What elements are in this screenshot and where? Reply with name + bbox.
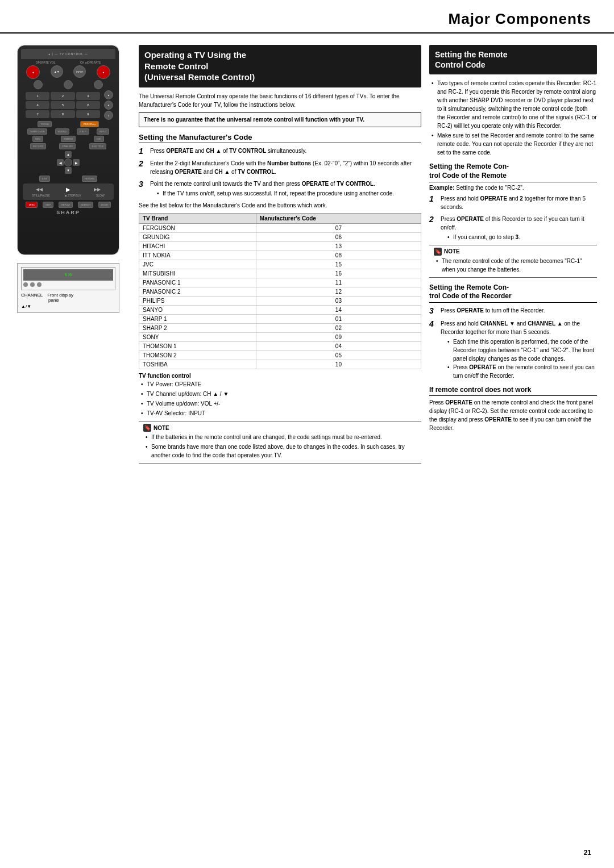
btn-3: 3 (76, 92, 100, 100)
btn-6: 6 (76, 101, 100, 109)
remote-dpad: ▲ ▼ ◀ ▶ (21, 151, 115, 174)
btn-input2: INPUT (97, 128, 109, 135)
btn-finalize: FINALIZE/ (59, 143, 76, 149)
table-row: FERGUSON07 (139, 224, 421, 233)
table-row: SANYO14 (139, 306, 421, 315)
step-2: 2 Enter the 2-digit Manufacturer's Code … (139, 159, 421, 176)
input-btn: INPUT (73, 65, 86, 78)
dpad-left: ◀ (57, 159, 64, 166)
page-header: Major Components (0, 0, 614, 34)
tv-code-cell: 12 (256, 287, 421, 297)
tv-code-cell: 05 (256, 351, 421, 360)
page-body: ● | — TV CONTROL — OPERATE VOL CH ●|OPER… (0, 39, 614, 478)
page-number: 21 (584, 849, 591, 857)
remote-stillpause-row: STILL/PAUSE ■ STOP/SLV SLOW (24, 194, 112, 197)
btn-stopslv: ■ STOP/SLV (65, 194, 81, 197)
remote-second-row (23, 80, 113, 89)
table-row: THOMSON 205 (139, 351, 421, 360)
btn-play: ▶ (66, 186, 70, 193)
remote-top-bar: ● | — TV CONTROL — (21, 49, 115, 59)
tv-brand-cell: FERGUSON (139, 224, 256, 233)
tv-code-cell: 07 (256, 224, 421, 233)
tv-code-cell: 02 (256, 324, 421, 333)
mid-note-bullets: If the batteries in the remote control u… (143, 433, 417, 460)
table-row: PANASONIC 212 (139, 287, 421, 297)
front-display-label: Front display (47, 293, 73, 298)
right-section4-title: If remote control does not work (429, 386, 597, 397)
btn-0: 0 (104, 111, 113, 120)
tv-brand-cell: SONY (139, 333, 256, 342)
warning-box: There is no guarantee that the universal… (139, 112, 421, 127)
right-section2-title: Setting the Remote Con-trol Code of the … (429, 162, 597, 182)
remote-top-buttons: ● ▲▼ INPUT ● (21, 65, 115, 79)
tv-brand-cell: JVC (139, 260, 256, 269)
tv-function-bullets: TV Power: OPERATETV Channel up/down: CH … (139, 380, 421, 418)
tv-brand-cell: THOMSON 2 (139, 351, 256, 360)
btn-slow: SLOW (96, 194, 105, 197)
remote-num-section: 1 2 3 4 5 6 7 8 9 ▲ ▼ (23, 90, 113, 120)
mid-note-bullet: Some brands have more than one code list… (146, 443, 417, 460)
disp-btn3 (37, 282, 42, 287)
tv-brand-cell: HITACHI (139, 242, 256, 251)
right-section4-text: Press OPERATE on the remote control and … (429, 398, 597, 432)
table-row: SONY09 (139, 333, 421, 342)
step-num-3: 3 (139, 180, 147, 189)
table-row: MITSUBISHI16 (139, 269, 421, 278)
table-row: SHARP 202 (139, 324, 421, 333)
tv-brand-cell: THOMSON 1 (139, 342, 256, 351)
note-box-right: 🔖 NOTE The remote control code of the re… (429, 245, 597, 278)
note-title-right: 🔖 NOTE (434, 248, 592, 256)
right-step-4-bullet-1: Each time this operation is performed, t… (447, 337, 597, 363)
operate-btn2: ● (97, 65, 110, 79)
tv-code-cell: 01 (256, 315, 421, 324)
btn-8: 8 (51, 110, 74, 118)
btn-dvd: DVD (94, 136, 104, 142)
right-step-3: 3 Press OPERATE to turn off the Recorder… (429, 306, 597, 316)
dpad-up: ▲ (65, 151, 72, 158)
mfr-code-title: Setting the Manufacturer's Code (139, 133, 421, 143)
sharp-logo: SHARP (21, 210, 115, 215)
step-3-bullets: If the TV turns on/off, setup was succes… (150, 189, 421, 198)
remote-mid-section: ◀◀ ▶ ▶▶ STILL/PAUSE ■ STOP/SLV SLOW (23, 183, 114, 200)
tv-code-cell: 15 (256, 260, 421, 269)
btn-s1 (34, 80, 43, 89)
btn-2: 2 (51, 92, 74, 100)
step-3-content: Point the remote control unit towards th… (150, 180, 421, 198)
btn-replay: REPLAY (59, 202, 73, 208)
remote-rect-row2: TIMER On/Off SUBIND P IN P INPUT (23, 128, 113, 135)
table-row: TOSHIBA10 (139, 360, 421, 369)
tv-section-title: Operating a TV Using the Remote Control … (144, 49, 416, 83)
btn-1: 1 (26, 92, 49, 100)
right-step-2-bullet: If you cannot, go to step 3. (447, 233, 597, 241)
btn-ch-up: ▲ (104, 90, 113, 99)
remote-inner: ● | — TV CONTROL — OPERATE VOL CH ●|OPER… (18, 45, 119, 254)
note-icon-right: 🔖 (434, 248, 442, 256)
right-step-4: 4 Press and hold CHANNEL ▼ and CHANNEL ▲… (429, 319, 597, 380)
btn-reclist: REC LIST (30, 143, 46, 149)
btn-exit: EXIT (39, 176, 50, 182)
btn-zoom: ZOOM (98, 202, 111, 208)
arrows-label: ▲/▼ (21, 304, 115, 309)
right-step-3-content: Press OPERATE to turn off the Recorder. (441, 306, 597, 315)
right-section1-bullets: Two types of remote control codes operat… (429, 79, 597, 157)
right-column: Setting the Remote Control Code Two type… (429, 45, 597, 467)
right-step-2-bullets: If you cannot, go to step 3. (441, 233, 597, 241)
tv-brand-table: TV Brand Manufacturer's Code FERGUSON07G… (139, 213, 421, 369)
tv-function-title: TV function control (139, 373, 421, 379)
note-icon-mid: 🔖 (143, 424, 151, 432)
btn-stillpause: STILL/PAUSE (32, 194, 49, 197)
channel-label-row: CHANNEL Front display (21, 293, 115, 298)
btn-vidicoplus: VIDEOPlus+ (80, 121, 99, 127)
right-step-2: 2 Press OPERATE of this Recorder to see … (429, 215, 597, 241)
right-step-1-content: Press and hold OPERATE and 2 together fo… (441, 194, 597, 211)
remote-rec-row: ●REC SKIP REPLAY SEARCH ZOOM (23, 202, 113, 208)
tv-function-bullet: TV Volume up/down: VOL +/- (141, 399, 421, 408)
table-row: GRUNDIG06 (139, 233, 421, 242)
btn-ch-dn: ▼ (104, 101, 113, 110)
tv-brand-cell: SHARP 2 (139, 324, 256, 333)
disp-btn1 (23, 282, 28, 287)
tv-code-cell: 04 (256, 342, 421, 351)
right-step-1: 1 Press and hold OPERATE and 2 together … (429, 194, 597, 211)
display-buttons-row (23, 282, 113, 287)
tv-brand-cell: TOSHIBA (139, 360, 256, 369)
